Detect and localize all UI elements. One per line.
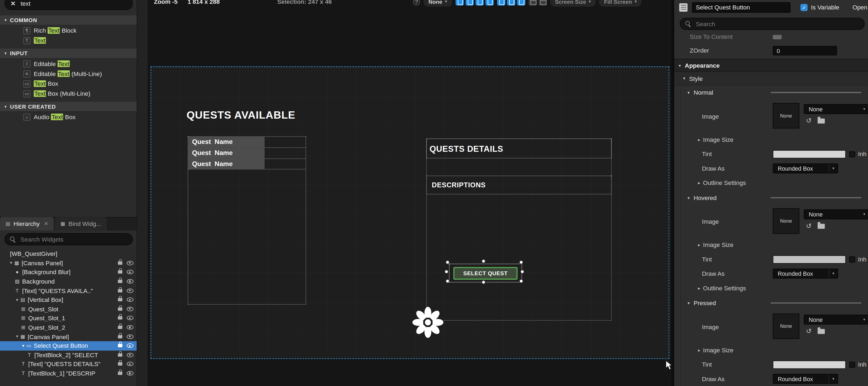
hierarchy-row[interactable]: ▾ ⊞ Quest_Slot_2 xyxy=(0,323,137,332)
designer-canvas[interactable]: Zoom -5 1 814 x 288 Selection: 247 x 46 … xyxy=(149,0,672,386)
expander-icon[interactable]: ▾ xyxy=(14,297,20,302)
draw-as-dropdown[interactable]: Rounded Box ▾ xyxy=(773,164,838,173)
quest-slot-widget[interactable]: Quest Name xyxy=(188,148,306,159)
expander-icon[interactable]: ▾ xyxy=(8,261,14,266)
select-quest-button-widget[interactable]: SELECT QUEST xyxy=(454,267,518,279)
selection-handle[interactable] xyxy=(445,270,448,273)
appearance-category[interactable]: ▾ Appearance xyxy=(674,59,868,72)
visibility-icon[interactable] xyxy=(127,261,134,265)
draw-as-dropdown[interactable]: Rounded Box ▾ xyxy=(773,269,838,279)
visibility-icon[interactable] xyxy=(127,298,134,302)
is-variable-checkbox[interactable]: ✓ xyxy=(800,3,808,11)
image-size-row[interactable]: ▸ Image Size xyxy=(674,344,868,357)
palette-search-input[interactable] xyxy=(20,0,127,7)
image-size-row[interactable]: ▸ Image Size xyxy=(674,133,868,146)
use-selected-asset-icon[interactable]: ↺ xyxy=(806,328,812,334)
lock-icon[interactable] xyxy=(118,344,122,348)
descriptions-text-widget[interactable]: DESCRIPTIONS xyxy=(426,176,612,194)
caret-right-icon[interactable]: ▸ xyxy=(696,348,702,352)
anchor-medallion[interactable] xyxy=(412,306,444,340)
tab-hierarchy[interactable]: ▤ Hierarchy ✕ xyxy=(0,217,54,230)
state-header[interactable]: ▾ Normal xyxy=(674,85,868,99)
widget-name-field[interactable]: Select Quest Button xyxy=(692,2,791,12)
lock-icon[interactable] xyxy=(118,372,122,375)
caret-right-icon[interactable]: ▸ xyxy=(696,286,702,290)
outline-settings-row[interactable]: ▸ Outline Settings xyxy=(674,176,868,189)
image-asset-dropdown[interactable]: None ▾ xyxy=(804,104,868,114)
draw-as-dropdown[interactable]: Rounded Box ▾ xyxy=(773,374,838,384)
inherit-checkbox[interactable] xyxy=(849,151,855,157)
visibility-icon[interactable] xyxy=(127,353,134,357)
hierarchy-row[interactable]: ▾ T [TextBlock_1] "DESCRIP xyxy=(0,369,137,378)
caret-down-icon[interactable]: ▾ xyxy=(4,18,6,23)
image-thumbnail[interactable]: None xyxy=(773,103,800,128)
quest-slot-widget[interactable]: Quest Name xyxy=(188,137,306,148)
inherit-checkbox[interactable] xyxy=(849,362,855,368)
hierarchy-row[interactable]: ▾ ⊞ Quest_Slot xyxy=(0,304,137,314)
state-header[interactable]: ▾ Hovered xyxy=(674,190,868,205)
console-icon[interactable] xyxy=(517,0,525,5)
palette-row[interactable]: ▾ ♪ Audio Text Box xyxy=(0,112,137,122)
hierarchy-row[interactable]: ▾ T [Text] "QUESTS DETAILS" xyxy=(0,360,137,369)
screen-size-dropdown[interactable]: Screen Size ▾ xyxy=(550,0,596,6)
lock-icon[interactable] xyxy=(118,298,122,301)
image-thumbnail[interactable]: None xyxy=(773,208,800,234)
caret-right-icon[interactable]: ▸ xyxy=(696,242,702,247)
visibility-icon[interactable] xyxy=(127,334,134,338)
palette-row[interactable]: ▾ ▭ Text Box (Multi-Line) xyxy=(0,89,137,99)
image-asset-dropdown[interactable]: None ▾ xyxy=(804,315,868,325)
lock-icon[interactable] xyxy=(118,307,122,310)
browse-to-asset-icon[interactable] xyxy=(817,224,825,228)
tint-color-swatch[interactable] xyxy=(773,255,846,264)
state-header[interactable]: ▾ Pressed xyxy=(674,296,868,310)
hierarchy-row[interactable]: ▾ ▭ Select Quest Button xyxy=(0,341,137,350)
tab-bind-widgets[interactable]: ▦ Bind Widg... xyxy=(55,217,107,230)
image-size-row[interactable]: ▸ Image Size xyxy=(674,238,868,251)
visibility-icon[interactable] xyxy=(127,371,134,376)
hierarchy-search-input[interactable] xyxy=(20,235,127,243)
visibility-icon[interactable] xyxy=(127,316,134,320)
hierarchy-row[interactable]: ▾ ▦ [Canvas Panel] xyxy=(0,259,137,268)
tint-color-swatch[interactable] xyxy=(773,150,846,158)
visibility-icon[interactable] xyxy=(127,270,134,274)
use-selected-asset-icon[interactable]: ↺ xyxy=(806,118,812,124)
palette-row[interactable]: ▾ ▭ Text Box xyxy=(0,79,137,89)
hierarchy-row[interactable]: ▾ T [Text] "QUESTS AVAILA.." xyxy=(0,286,137,295)
selection-handle[interactable] xyxy=(482,260,485,263)
size-to-content-toggle[interactable] xyxy=(773,35,782,39)
lock-icon[interactable] xyxy=(118,262,122,265)
lock-icon[interactable] xyxy=(118,353,122,357)
tv-icon[interactable] xyxy=(538,0,547,5)
caret-right-icon[interactable]: ▸ xyxy=(696,137,702,142)
style-property-row[interactable]: ▾ Style xyxy=(674,72,868,85)
palette-row[interactable]: ▾ ¶ Rich Text Block xyxy=(0,26,137,36)
visibility-icon[interactable] xyxy=(127,344,134,348)
image-asset-dropdown[interactable]: None ▾ xyxy=(804,209,868,219)
zorder-input[interactable]: 0 xyxy=(773,46,837,56)
selection-handle[interactable] xyxy=(446,261,449,264)
selection-handle[interactable] xyxy=(446,280,449,283)
browse-to-asset-icon[interactable] xyxy=(817,329,825,334)
open-button[interactable]: Open xyxy=(852,4,867,10)
hierarchy-row[interactable]: ▾ ▦ [Canvas Panel] xyxy=(0,332,137,341)
caret-right-icon[interactable]: ▸ xyxy=(696,180,702,185)
visibility-icon[interactable] xyxy=(127,362,134,366)
selection-handle[interactable] xyxy=(520,261,522,264)
browse-to-asset-icon[interactable] xyxy=(817,118,825,123)
use-selected-asset-icon[interactable]: ↺ xyxy=(806,222,812,229)
hierarchy-row[interactable]: ▾ [WB_QuestGiver] xyxy=(0,249,137,259)
fill-screen-dropdown[interactable]: Fill Screen ▾ xyxy=(599,0,642,6)
visibility-icon[interactable] xyxy=(127,289,134,293)
hierarchy-row[interactable]: ▾ ▨ Background xyxy=(0,277,137,286)
palette-row[interactable]: ▾ ≡ Editable Text (Multi-Line) xyxy=(0,69,137,79)
visibility-icon[interactable] xyxy=(127,307,134,311)
lock-icon[interactable] xyxy=(118,317,122,320)
panel-divider[interactable] xyxy=(671,0,674,386)
none-dropdown[interactable]: None ▾ xyxy=(424,0,452,6)
quests-details-text-widget[interactable]: QUESTS DETAILS xyxy=(426,139,612,158)
hierarchy-row[interactable]: ▾ ▤ [Vertical Box] xyxy=(0,295,137,304)
widget-root-bounds[interactable]: QUESTS AVAILABLE Quest Name Quest Name Q… xyxy=(151,66,669,359)
hierarchy-row[interactable]: ▾ ⊞ Quest_Slot_1 xyxy=(0,314,137,323)
phone-landscape-icon[interactable] xyxy=(465,0,474,5)
details-search-input[interactable] xyxy=(695,20,859,28)
